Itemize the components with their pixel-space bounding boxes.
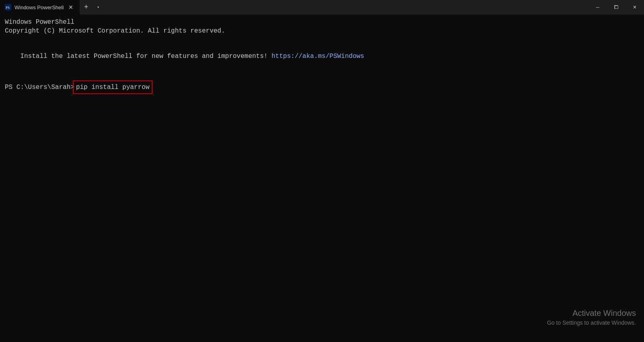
terminal-line-3: Install the latest PowerShell for new fe… bbox=[5, 43, 639, 70]
terminal-line-1: Windows PowerShell bbox=[5, 18, 639, 27]
terminal-link[interactable]: https://aka.ms/PSWindows bbox=[272, 53, 364, 60]
command-input[interactable]: pip install pyarrow bbox=[74, 82, 151, 93]
tab-dropdown-button[interactable]: ▾ bbox=[93, 0, 104, 14]
terminal-line-2: Copyright (C) Microsoft Corporation. All… bbox=[5, 27, 639, 35]
activate-windows-title: Activate Windows bbox=[547, 309, 636, 318]
tab-title-label: Windows PowerShell bbox=[14, 4, 64, 10]
tab-close-button[interactable]: ✕ bbox=[67, 3, 75, 11]
terminal-body[interactable]: Windows PowerShell Copyright (C) Microso… bbox=[0, 14, 644, 342]
prompt-text: PS C:\Users\Sarah> bbox=[5, 83, 74, 92]
activate-windows-subtitle: Go to Settings to activate Windows. bbox=[547, 319, 636, 326]
active-tab[interactable]: PS Windows PowerShell ✕ bbox=[0, 0, 80, 14]
minimize-button[interactable]: ─ bbox=[588, 0, 607, 14]
svg-text:PS: PS bbox=[6, 6, 10, 10]
powershell-icon: PS bbox=[5, 4, 11, 10]
maximize-button[interactable]: ⧠ bbox=[607, 0, 625, 14]
titlebar: PS Windows PowerShell ✕ + ▾ ─ ⧠ ✕ bbox=[0, 0, 644, 14]
prompt-line: PS C:\Users\Sarah> pip install pyarrow bbox=[5, 82, 639, 93]
tab-area: PS Windows PowerShell ✕ + ▾ bbox=[0, 0, 588, 14]
new-tab-button[interactable]: + bbox=[80, 0, 93, 14]
activate-watermark: Activate Windows Go to Settings to activ… bbox=[547, 309, 636, 326]
terminal-line-3-text: Install the latest PowerShell for new fe… bbox=[20, 53, 271, 60]
window-close-button[interactable]: ✕ bbox=[625, 0, 644, 14]
window-controls: ─ ⧠ ✕ bbox=[588, 0, 644, 14]
